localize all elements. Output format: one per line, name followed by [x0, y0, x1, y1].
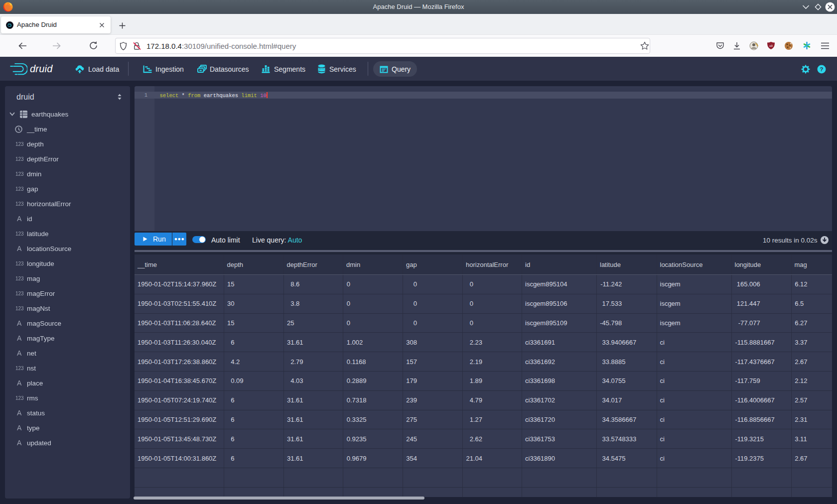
svg-text:u0: u0 — [769, 44, 773, 47]
svg-text:?: ? — [820, 66, 823, 72]
